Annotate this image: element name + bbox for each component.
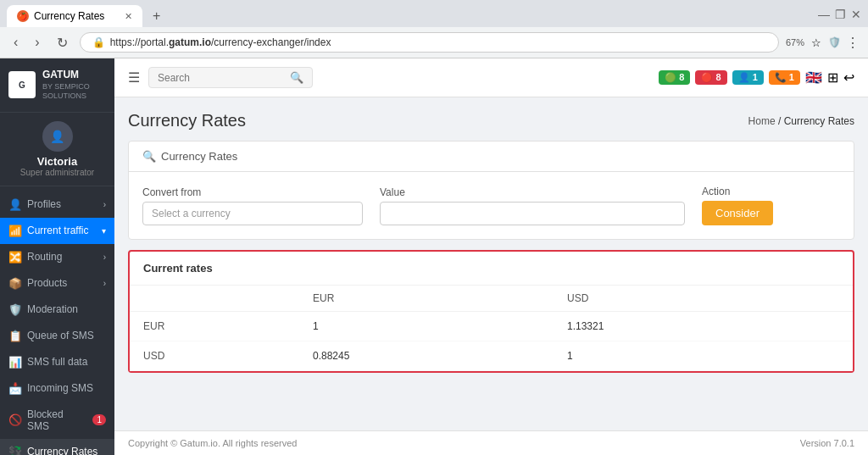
rates-card-header: Current rates xyxy=(130,252,853,286)
menu-icon[interactable]: ⋮ xyxy=(846,35,860,51)
grid-icon[interactable]: ⊞ xyxy=(827,69,838,86)
sidebar-brand: G GATUM BY SEMPICO SOLUTIONS xyxy=(0,58,114,113)
menu-toggle-icon[interactable]: ☰ xyxy=(128,69,140,86)
search-box[interactable]: 🔍 xyxy=(148,67,313,88)
browser-tab[interactable]: 🍎 Currency Rates ✕ xyxy=(7,5,142,27)
address-url: https://portal.gatum.io/currency-exchang… xyxy=(110,36,331,48)
sidebar-item-current-traffic[interactable]: 📶 Current traffic ▾ xyxy=(0,218,114,244)
search-input[interactable] xyxy=(158,72,285,84)
sidebar-item-routing[interactable]: 🔀 Routing › xyxy=(0,244,114,270)
security-icon: 🔒 xyxy=(92,36,105,48)
signout-icon[interactable]: ↩ xyxy=(843,69,854,86)
sidebar-item-blocked-sms[interactable]: 🚫 Blocked SMS 1 xyxy=(0,402,114,439)
col-header-eur: EUR xyxy=(299,286,554,312)
footer-copyright: Copyright © Gatum.io. All rights reserve… xyxy=(128,438,297,448)
consider-button[interactable]: Consider xyxy=(702,201,773,225)
table-row: USD 0.88245 1 xyxy=(130,341,853,371)
sidebar-nav: 👤 Profiles › 📶 Current traffic ▾ 🔀 Routi… xyxy=(0,186,114,455)
user-name: Victoria xyxy=(8,155,106,168)
bookmark-icon[interactable]: ☆ xyxy=(811,36,821,49)
sidebar: G GATUM BY SEMPICO SOLUTIONS 👤 Victoria … xyxy=(0,58,114,455)
topbar: ☰ 🔍 🟢 8 🔴 8 👤 1 📞 1 🇬🇧 ⊞ ↩ xyxy=(114,58,868,97)
blocked-icon: 🚫 xyxy=(8,413,22,426)
sidebar-item-products[interactable]: 📦 Products › xyxy=(0,270,114,297)
back-button[interactable]: ‹ xyxy=(8,33,23,52)
traffic-arrow: ▾ xyxy=(102,226,106,236)
sidebar-label-profiles: Profiles xyxy=(27,198,61,210)
main-area: ☰ 🔍 🟢 8 🔴 8 👤 1 📞 1 🇬🇧 ⊞ ↩ Currency Rate… xyxy=(114,58,868,455)
badge-blue[interactable]: 👤 1 xyxy=(732,70,764,85)
incoming-icon: 📩 xyxy=(8,382,22,395)
tab-favicon: 🍎 xyxy=(17,10,29,22)
shield-extension-icon[interactable]: 🛡️ xyxy=(828,36,841,48)
topbar-right: 🟢 8 🔴 8 👤 1 📞 1 🇬🇧 ⊞ ↩ xyxy=(659,69,854,86)
badge-red[interactable]: 🔴 8 xyxy=(695,70,726,85)
reload-button[interactable]: ↻ xyxy=(52,33,73,53)
currency-icon: 💱 xyxy=(8,446,22,455)
profiles-icon: 👤 xyxy=(8,198,22,211)
close-button[interactable]: ✕ xyxy=(851,8,861,21)
sidebar-item-incoming-sms[interactable]: 📩 Incoming SMS xyxy=(0,375,114,402)
flag-icon[interactable]: 🇬🇧 xyxy=(805,69,822,86)
row-label-eur: EUR xyxy=(130,312,299,341)
brand-subtitle: BY SEMPICO SOLUTIONS xyxy=(42,82,106,102)
col-header-empty xyxy=(130,286,299,312)
value-group: Value xyxy=(380,186,685,225)
profiles-arrow: › xyxy=(103,200,106,209)
breadcrumb-current: Currency Rates xyxy=(784,115,854,127)
sidebar-label-current-traffic: Current traffic xyxy=(27,225,88,236)
badge-green[interactable]: 🟢 8 xyxy=(659,70,690,85)
table-row: EUR 1 1.13321 xyxy=(130,312,853,341)
breadcrumb-home[interactable]: Home xyxy=(748,115,776,127)
action-label: Action xyxy=(702,186,773,197)
footer: Copyright © Gatum.io. All rights reserve… xyxy=(114,430,868,455)
row-eur-eur: 1 xyxy=(299,312,554,341)
brand-name: GATUM xyxy=(42,69,106,82)
sidebar-item-moderation[interactable]: 🛡️ Moderation xyxy=(0,297,114,323)
tab-close-button[interactable]: ✕ xyxy=(125,11,132,22)
search-icon: 🔍 xyxy=(290,71,303,84)
badge-orange[interactable]: 📞 1 xyxy=(769,70,800,85)
routing-icon: 🔀 xyxy=(8,251,22,264)
convert-from-label: Convert from xyxy=(142,186,363,198)
sidebar-item-currency-rates[interactable]: 💱 Currency Rates xyxy=(0,439,114,455)
forward-button[interactable]: › xyxy=(30,33,44,52)
col-header-usd: USD xyxy=(554,286,853,312)
new-tab-button[interactable]: + xyxy=(146,5,167,27)
currency-select[interactable]: Select a currency EUR USD xyxy=(142,202,363,225)
rates-table-body: EUR 1 1.13321 USD 0.88245 1 xyxy=(130,312,853,371)
convert-header-label: Currency Rates xyxy=(161,150,237,163)
sidebar-user: 👤 Victoria Super administrator xyxy=(0,113,114,186)
convert-form-row: Convert from Select a currency EUR USD V… xyxy=(142,186,840,225)
brand-text: GATUM BY SEMPICO SOLUTIONS xyxy=(42,69,106,102)
sidebar-label-incoming: Incoming SMS xyxy=(27,382,93,394)
row-label-usd: USD xyxy=(130,341,299,371)
rates-header-row: EUR USD xyxy=(130,286,853,312)
value-input[interactable] xyxy=(380,202,685,225)
sidebar-item-sms-full[interactable]: 📊 SMS full data xyxy=(0,349,114,375)
products-arrow: › xyxy=(103,279,106,288)
rates-table-head: EUR USD xyxy=(130,286,853,312)
action-group: Action Consider xyxy=(702,186,773,225)
rates-card: Current rates EUR USD EUR 1 1.1332 xyxy=(128,250,854,373)
value-label: Value xyxy=(380,186,685,198)
traffic-icon: 📶 xyxy=(8,225,22,237)
minimize-button[interactable]: — xyxy=(818,8,830,21)
convert-card-header: 🔍 Currency Rates xyxy=(129,141,854,172)
browser-nav: ‹ › ↻ 🔒 https://portal.gatum.io/currency… xyxy=(0,27,868,58)
convert-card: 🔍 Currency Rates Convert from Select a c… xyxy=(128,141,854,240)
sidebar-label-products: Products xyxy=(27,277,67,289)
address-bar[interactable]: 🔒 https://portal.gatum.io/currency-excha… xyxy=(80,32,779,53)
browser-extensions: 🛡️ ⋮ xyxy=(828,35,860,51)
routing-arrow: › xyxy=(103,252,106,262)
sidebar-label-moderation: Moderation xyxy=(27,303,78,315)
blocked-badge: 1 xyxy=(92,414,106,425)
tab-title: Currency Rates xyxy=(34,10,104,22)
queue-icon: 📋 xyxy=(8,330,22,342)
browser-titlebar: 🍎 Currency Rates ✕ + — ❐ ✕ xyxy=(0,0,868,27)
avatar: 👤 xyxy=(42,121,73,152)
sidebar-item-queue-sms[interactable]: 📋 Queue of SMS xyxy=(0,323,114,349)
row-usd-eur: 0.88245 xyxy=(299,341,554,371)
restore-button[interactable]: ❐ xyxy=(835,8,846,21)
sidebar-item-profiles[interactable]: 👤 Profiles › xyxy=(0,191,114,218)
